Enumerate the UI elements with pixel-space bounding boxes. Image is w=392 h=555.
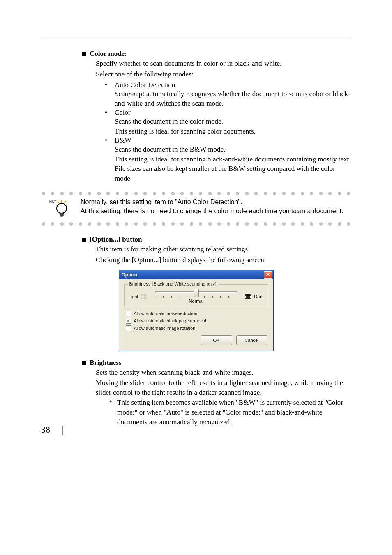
brightness-group: Brightness (Black and White scanning onl…	[124, 284, 268, 306]
check-noise-reduction[interactable]: Allow automatic noise reduction.	[126, 311, 267, 316]
check-blank-page-removal[interactable]: ✔ Allow automatic blank page removal.	[126, 318, 267, 324]
check-label: Allow automatic blank page removal.	[134, 318, 208, 323]
check-label: Allow automatic image rotation.	[134, 326, 197, 331]
check-image-rotation[interactable]: Allow automatic image rotation.	[126, 325, 267, 331]
item-bw-desc-2: This setting is ideal for scanning black…	[115, 154, 351, 184]
color-mode-intro-2: Select one of the following modes:	[96, 69, 351, 79]
dot-separator-top	[41, 192, 351, 195]
bullet-square	[82, 52, 86, 56]
hint-label-text: HINT	[49, 200, 56, 203]
dark-icon	[245, 293, 251, 300]
bullet-dot: •	[105, 136, 115, 145]
item-color-label: Color	[115, 108, 351, 117]
light-icon	[141, 293, 147, 300]
page-number-divider	[62, 426, 63, 435]
close-icon[interactable]: ✕	[264, 271, 272, 279]
dot-separator-bottom	[41, 222, 351, 226]
color-mode-intro-1: Specify whether to scan documents in col…	[96, 59, 351, 69]
item-bw-label: B&W	[115, 136, 351, 145]
page-number: 38	[41, 424, 50, 435]
heading-option-button: [Option...] button	[90, 235, 142, 244]
dark-label: Dark	[254, 294, 263, 299]
heading-color-mode: Color mode:	[90, 50, 127, 58]
bullet-dot: •	[105, 108, 115, 117]
light-label: Light	[129, 294, 138, 299]
brightness-group-label: Brightness (Black and White scanning onl…	[128, 281, 218, 286]
ok-button[interactable]: OK	[201, 335, 232, 345]
item-color-desc-1: Scans the document in the color mode.	[115, 117, 351, 127]
checkbox-icon[interactable]	[126, 311, 131, 316]
option-dialog: Option ✕ Brightness (Black and White sca…	[119, 270, 274, 351]
cancel-button[interactable]: Cancel	[236, 335, 267, 345]
checkbox-icon[interactable]: ✔	[126, 318, 131, 324]
brightness-slider[interactable]	[155, 290, 237, 298]
svg-point-0	[57, 203, 67, 213]
item-bw-desc-1: Scans the document in the B&W mode.	[115, 145, 351, 154]
heading-brightness: Brightness	[90, 359, 121, 367]
hint-line-1: Normally, set this setting item to "Auto…	[81, 198, 351, 207]
item-auto-label: Auto Color Detection	[115, 81, 351, 89]
option-line-1: This item is for making other scanning r…	[96, 244, 351, 254]
option-line-2: Clicking the [Option...] button displays…	[96, 255, 351, 265]
item-auto-desc: ScanSnap! automatically recognizes wheth…	[115, 89, 351, 109]
item-color-desc-2: This setting is ideal for scanning color…	[115, 127, 351, 136]
normal-label: Normal	[189, 299, 203, 304]
bullet-square	[82, 361, 86, 365]
hint-line-2: At this setting, there is no need to cha…	[81, 207, 351, 216]
svg-rect-1	[60, 213, 63, 216]
brightness-line-2: Moving the slider control to the left re…	[96, 378, 351, 398]
brightness-line-1: Sets the density when scanning black-and…	[96, 368, 351, 378]
bullet-dot: •	[105, 81, 115, 89]
footnote-star: *	[109, 398, 117, 427]
dialog-title: Option	[122, 272, 138, 278]
check-label: Allow automatic noise reduction.	[134, 311, 199, 316]
dialog-titlebar[interactable]: Option ✕	[119, 270, 273, 279]
bullet-square	[82, 238, 86, 242]
brightness-note: This setting item becomes available when…	[117, 398, 351, 427]
hint-icon: HINT	[49, 198, 74, 220]
checkbox-icon[interactable]	[126, 325, 131, 331]
